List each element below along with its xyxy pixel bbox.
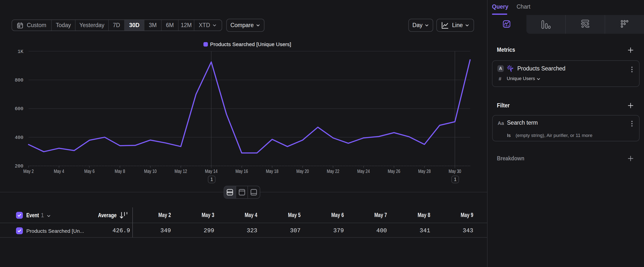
svg-text:May 6: May 6 [84, 168, 94, 174]
svg-text:May 10: May 10 [144, 168, 157, 174]
svg-text:May 12: May 12 [175, 168, 187, 174]
svg-text:May 24: May 24 [357, 168, 370, 174]
svg-text:May 26: May 26 [388, 168, 400, 174]
svg-text:600: 600 [15, 106, 23, 112]
svg-text:400: 400 [15, 135, 23, 140]
svg-text:May 8: May 8 [115, 168, 125, 174]
svg-text:1K: 1K [18, 49, 24, 55]
svg-text:May 16: May 16 [236, 168, 248, 174]
svg-text:May 2: May 2 [23, 168, 34, 174]
svg-text:800: 800 [15, 78, 23, 83]
svg-text:May 28: May 28 [418, 168, 431, 174]
svg-text:May 4: May 4 [54, 168, 64, 174]
svg-text:May 18: May 18 [266, 168, 278, 174]
svg-text:200: 200 [15, 164, 23, 169]
svg-text:May 30: May 30 [449, 168, 461, 174]
svg-text:May 20: May 20 [296, 168, 309, 174]
svg-text:May 14: May 14 [205, 168, 218, 174]
svg-text:May 22: May 22 [327, 168, 340, 174]
